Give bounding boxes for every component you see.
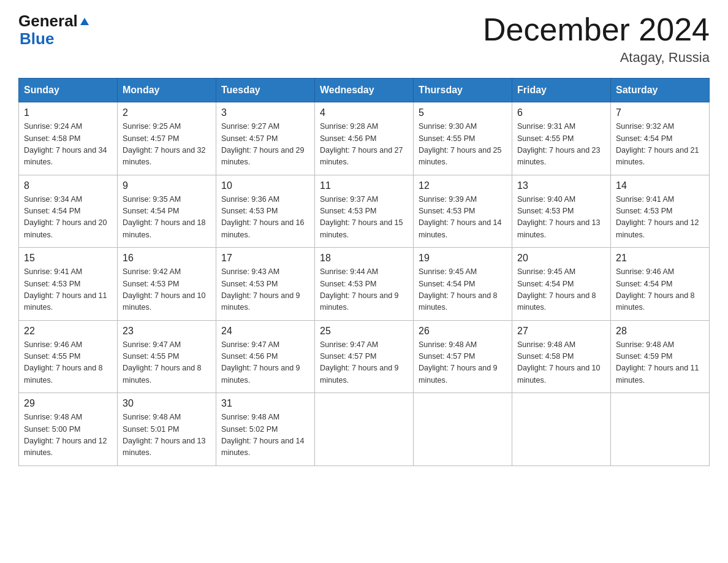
sunrise-label: Sunrise: 9:37 AM: [320, 195, 378, 204]
col-saturday: Saturday: [611, 79, 710, 102]
day-info: Sunrise: 9:34 AM Sunset: 4:54 PM Dayligh…: [24, 194, 112, 242]
sunset-label: Sunset: 4:59 PM: [616, 352, 672, 361]
daylight-label: Daylight: 7 hours and 8 minutes.: [419, 291, 498, 312]
day-number: 29: [24, 398, 112, 409]
title-block: December 2024 Atagay, Russia: [483, 12, 710, 66]
day-number: 1: [24, 107, 112, 118]
sunrise-label: Sunrise: 9:24 AM: [24, 122, 82, 131]
day-info: Sunrise: 9:39 AM Sunset: 4:53 PM Dayligh…: [419, 194, 507, 242]
sunset-label: Sunset: 4:53 PM: [517, 207, 574, 215]
calendar-cell: 3 Sunrise: 9:27 AM Sunset: 4:57 PM Dayli…: [216, 102, 315, 175]
day-number: 12: [419, 180, 507, 191]
day-number: 3: [221, 107, 309, 118]
sunrise-label: Sunrise: 9:28 AM: [320, 122, 378, 131]
sunrise-label: Sunrise: 9:48 AM: [419, 340, 477, 349]
daylight-label: Daylight: 7 hours and 11 minutes.: [24, 291, 107, 312]
calendar-cell: [611, 393, 710, 466]
day-number: 24: [221, 326, 309, 337]
sunrise-label: Sunrise: 9:46 AM: [616, 267, 674, 276]
day-info: Sunrise: 9:41 AM Sunset: 4:53 PM Dayligh…: [616, 194, 704, 242]
daylight-label: Daylight: 7 hours and 29 minutes.: [221, 146, 305, 166]
daylight-label: Daylight: 7 hours and 8 minutes.: [24, 364, 103, 384]
day-number: 21: [616, 253, 704, 264]
day-number: 23: [123, 326, 211, 337]
sunset-label: Sunset: 5:02 PM: [221, 425, 278, 434]
calendar-cell: 17 Sunrise: 9:43 AM Sunset: 4:53 PM Dayl…: [216, 248, 315, 321]
day-info: Sunrise: 9:28 AM Sunset: 4:56 PM Dayligh…: [320, 121, 408, 169]
sunset-label: Sunset: 4:56 PM: [320, 134, 376, 143]
sunset-label: Sunset: 4:57 PM: [419, 352, 475, 361]
day-number: 4: [320, 107, 408, 118]
sunrise-label: Sunrise: 9:39 AM: [419, 195, 477, 204]
sunset-label: Sunset: 4:54 PM: [616, 134, 672, 143]
calendar-cell: 29 Sunrise: 9:48 AM Sunset: 5:00 PM Dayl…: [19, 393, 118, 466]
calendar-cell: 4 Sunrise: 9:28 AM Sunset: 4:56 PM Dayli…: [315, 102, 414, 175]
day-number: 26: [419, 326, 507, 337]
col-wednesday: Wednesday: [315, 79, 414, 102]
sunrise-label: Sunrise: 9:48 AM: [616, 340, 674, 349]
calendar-cell: 27 Sunrise: 9:48 AM Sunset: 4:58 PM Dayl…: [512, 320, 611, 393]
sunset-label: Sunset: 4:56 PM: [221, 352, 278, 361]
sunrise-label: Sunrise: 9:47 AM: [320, 340, 378, 349]
day-info: Sunrise: 9:46 AM Sunset: 4:55 PM Dayligh…: [24, 339, 112, 387]
sunrise-label: Sunrise: 9:36 AM: [221, 195, 279, 204]
page-header: General Blue December 2024 Atagay, Russi…: [18, 12, 710, 66]
day-info: Sunrise: 9:48 AM Sunset: 4:59 PM Dayligh…: [616, 339, 704, 387]
sunset-label: Sunset: 4:53 PM: [320, 280, 376, 288]
calendar-cell: 8 Sunrise: 9:34 AM Sunset: 4:54 PM Dayli…: [19, 175, 118, 248]
daylight-label: Daylight: 7 hours and 10 minutes.: [123, 291, 206, 312]
day-info: Sunrise: 9:48 AM Sunset: 4:58 PM Dayligh…: [517, 339, 605, 387]
calendar-cell: 10 Sunrise: 9:36 AM Sunset: 4:53 PM Dayl…: [216, 175, 315, 248]
sunset-label: Sunset: 4:54 PM: [24, 207, 80, 215]
header-row: Sunday Monday Tuesday Wednesday Thursday…: [19, 79, 710, 102]
col-tuesday: Tuesday: [216, 79, 315, 102]
col-friday: Friday: [512, 79, 611, 102]
sunset-label: Sunset: 4:54 PM: [517, 280, 574, 288]
daylight-label: Daylight: 7 hours and 10 minutes.: [517, 364, 601, 384]
calendar-week-row: 22 Sunrise: 9:46 AM Sunset: 4:55 PM Dayl…: [19, 320, 710, 393]
sunset-label: Sunset: 4:53 PM: [221, 280, 278, 288]
day-number: 2: [123, 107, 211, 118]
daylight-label: Daylight: 7 hours and 13 minutes.: [123, 437, 206, 457]
location-text: Atagay, Russia: [483, 50, 710, 66]
calendar-cell: 14 Sunrise: 9:41 AM Sunset: 4:53 PM Dayl…: [611, 175, 710, 248]
day-number: 10: [221, 180, 309, 191]
day-number: 6: [517, 107, 605, 118]
calendar-body: 1 Sunrise: 9:24 AM Sunset: 4:58 PM Dayli…: [19, 102, 710, 466]
sunrise-label: Sunrise: 9:31 AM: [517, 122, 575, 131]
day-info: Sunrise: 9:47 AM Sunset: 4:55 PM Dayligh…: [123, 339, 211, 387]
day-info: Sunrise: 9:46 AM Sunset: 4:54 PM Dayligh…: [616, 266, 704, 314]
calendar-cell: 19 Sunrise: 9:45 AM Sunset: 4:54 PM Dayl…: [414, 248, 512, 321]
sunrise-label: Sunrise: 9:45 AM: [419, 267, 477, 276]
day-info: Sunrise: 9:48 AM Sunset: 5:02 PM Dayligh…: [221, 412, 309, 459]
sunset-label: Sunset: 4:58 PM: [24, 134, 80, 143]
calendar-cell: 24 Sunrise: 9:47 AM Sunset: 4:56 PM Dayl…: [216, 320, 315, 393]
sunrise-label: Sunrise: 9:48 AM: [221, 413, 279, 421]
daylight-label: Daylight: 7 hours and 20 minutes.: [24, 218, 107, 239]
calendar-cell: 30 Sunrise: 9:48 AM Sunset: 5:01 PM Dayl…: [118, 393, 216, 466]
day-info: Sunrise: 9:37 AM Sunset: 4:53 PM Dayligh…: [320, 194, 408, 242]
daylight-label: Daylight: 7 hours and 12 minutes.: [616, 218, 699, 239]
sunset-label: Sunset: 5:01 PM: [123, 425, 179, 434]
day-number: 18: [320, 253, 408, 264]
calendar-cell: 5 Sunrise: 9:30 AM Sunset: 4:55 PM Dayli…: [414, 102, 512, 175]
sunrise-label: Sunrise: 9:41 AM: [24, 267, 82, 276]
sunrise-label: Sunrise: 9:42 AM: [123, 267, 181, 276]
daylight-label: Daylight: 7 hours and 16 minutes.: [221, 218, 305, 239]
calendar-header: Sunday Monday Tuesday Wednesday Thursday…: [19, 79, 710, 102]
calendar-cell: 13 Sunrise: 9:40 AM Sunset: 4:53 PM Dayl…: [512, 175, 611, 248]
calendar-week-row: 15 Sunrise: 9:41 AM Sunset: 4:53 PM Dayl…: [19, 248, 710, 321]
daylight-label: Daylight: 7 hours and 34 minutes.: [24, 146, 107, 166]
day-number: 9: [123, 180, 211, 191]
day-info: Sunrise: 9:48 AM Sunset: 5:01 PM Dayligh…: [123, 412, 211, 459]
sunset-label: Sunset: 4:57 PM: [123, 134, 179, 143]
sunset-label: Sunset: 4:57 PM: [221, 134, 278, 143]
daylight-label: Daylight: 7 hours and 8 minutes.: [616, 291, 695, 312]
sunset-label: Sunset: 4:55 PM: [123, 352, 179, 361]
calendar-table: Sunday Monday Tuesday Wednesday Thursday…: [18, 78, 710, 466]
sunrise-label: Sunrise: 9:43 AM: [221, 267, 279, 276]
day-number: 28: [616, 326, 704, 337]
daylight-label: Daylight: 7 hours and 14 minutes.: [221, 437, 305, 457]
daylight-label: Daylight: 7 hours and 18 minutes.: [123, 218, 206, 239]
calendar-cell: 22 Sunrise: 9:46 AM Sunset: 4:55 PM Dayl…: [19, 320, 118, 393]
